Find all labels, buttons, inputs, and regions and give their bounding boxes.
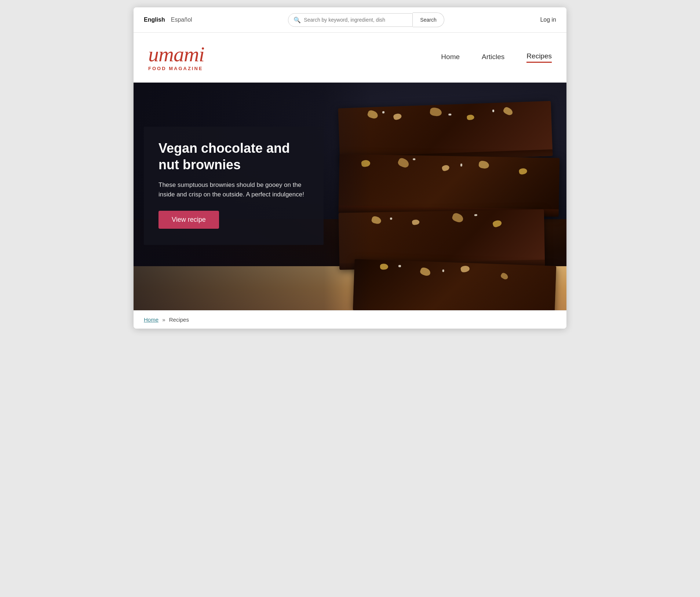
site-logo-text[interactable]: umami [148,44,204,65]
search-area: 🔍 Search [288,12,444,27]
hero-text-box: Vegan chocolate and nut brownies These s… [144,127,324,245]
nav-recipes[interactable]: Recipes [526,52,552,63]
site-header: umami FOOD MAGAZINE Home Articles Recipe… [134,33,566,83]
lang-switcher: English Español [144,17,192,23]
breadcrumb-home[interactable]: Home [144,316,158,323]
search-input[interactable] [304,17,407,23]
lang-espanol[interactable]: Español [171,17,192,23]
logo-area: umami FOOD MAGAZINE [148,44,204,71]
hero-description: These sumptuous brownies should be gooey… [158,180,309,199]
hero-title: Vegan chocolate and nut brownies [158,140,309,173]
lang-english[interactable]: English [144,17,165,23]
breadcrumb-bar: Home » Recipes [134,310,566,329]
nav-home[interactable]: Home [441,53,460,62]
breadcrumb-current: Recipes [169,316,189,323]
view-recipe-button[interactable]: View recipe [158,211,219,229]
breadcrumb-separator: » [162,316,165,323]
brownie-layer-4 [353,259,557,310]
top-bar: English Español 🔍 Search Log in [134,7,566,33]
brownie-layer-2 [339,154,560,217]
hero-section: Vegan chocolate and nut brownies These s… [134,83,566,310]
login-link[interactable]: Log in [540,17,556,23]
nav-articles[interactable]: Articles [482,53,504,62]
search-button[interactable]: Search [413,12,444,27]
search-input-wrapper: 🔍 [288,13,413,27]
site-logo-subtitle: FOOD MAGAZINE [148,66,203,71]
search-icon: 🔍 [294,17,301,23]
main-nav: Home Articles Recipes [441,52,552,63]
page-wrapper: English Español 🔍 Search Log in umami FO… [134,7,566,329]
